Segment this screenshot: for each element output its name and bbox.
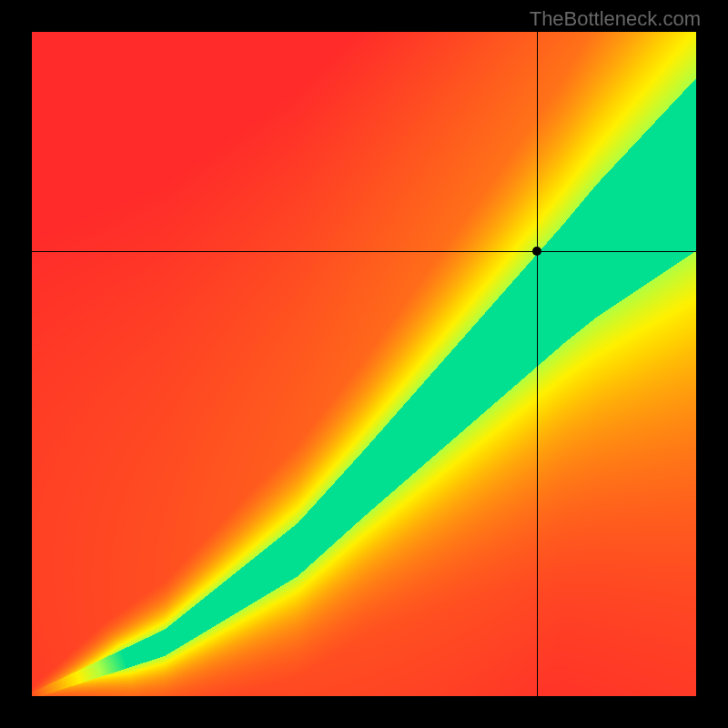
chart-container: TheBottleneck.com <box>0 0 728 728</box>
heatmap-plot <box>32 32 696 696</box>
crosshair-horizontal <box>32 251 696 252</box>
watermark-text: TheBottleneck.com <box>530 7 701 31</box>
crosshair-vertical <box>537 32 538 696</box>
heatmap-canvas <box>32 32 696 696</box>
crosshair-marker <box>532 247 541 256</box>
